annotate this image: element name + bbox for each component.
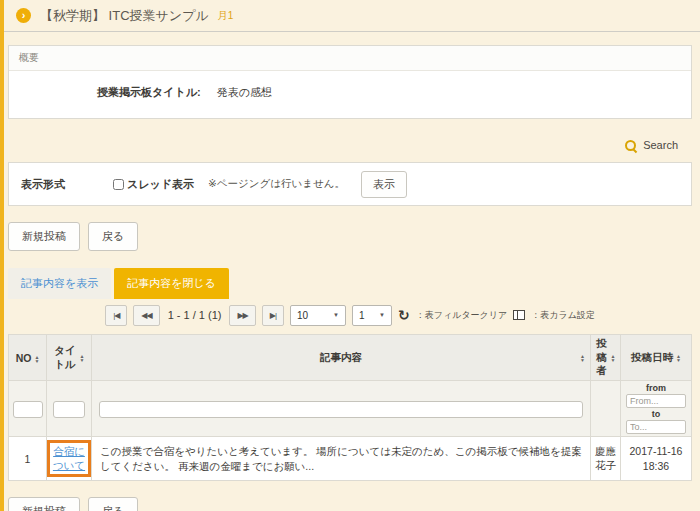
sort-icon: ▲▼ <box>580 354 585 362</box>
pagination-prev-button[interactable]: ◀◀ <box>133 305 159 326</box>
table-row: 1 合宿について この授業で合宿をやりたいと考えています。 場所については未定の… <box>9 437 692 481</box>
page-number-select[interactable]: 1 ▼ <box>352 305 392 326</box>
display-format-panel: 表示形式 スレッド表示 ※ページングは行いません。 表示 <box>8 162 692 206</box>
table-header-row: NO▲▼ タイトル▲▼ 記事内容▲▼ 投稿者▲▼ 投稿日時▲▼ <box>9 335 692 381</box>
pagination-next-button[interactable]: ▶▶ <box>229 305 255 326</box>
page-title: 【秋学期】 ITC授業サンプル <box>40 7 209 25</box>
row-content: この授業で合宿をやりたいと考えています。 場所については未定のため、この掲示板で… <box>92 437 591 481</box>
page-size-value: 10 <box>297 310 308 321</box>
page-header: › 【秋学期】 ITC授業サンプル 月1 <box>0 0 700 32</box>
filter-date-to-input[interactable] <box>626 420 686 434</box>
page-number-value: 1 <box>359 310 365 321</box>
filter-author-cell <box>591 381 621 437</box>
column-config-label: ：表カラム設定 <box>531 309 595 322</box>
filter-from-label: from <box>646 383 666 393</box>
paging-note: ※ページングは行いません。 <box>208 177 345 191</box>
page-size-select[interactable]: 10 ▼ <box>290 305 346 326</box>
article-title-link[interactable]: 合宿について <box>53 445 85 471</box>
tab-show-article-content[interactable]: 記事内容を表示 <box>8 268 111 299</box>
row-title-cell: 合宿について <box>47 437 92 481</box>
column-header-title[interactable]: タイトル▲▼ <box>47 335 92 381</box>
pagination-last-button[interactable]: ▶| <box>262 305 284 326</box>
column-header-date[interactable]: 投稿日時▲▼ <box>621 335 692 381</box>
pagination-bar: |◀ ◀◀ 1 - 1 / 1 (1) ▶▶ ▶| 10 ▼ 1 ▼ ↻ ：表フ… <box>8 302 692 328</box>
left-accent-bar <box>0 0 4 511</box>
sort-icon: ▲▼ <box>611 354 616 362</box>
table-filter-row: from to <box>9 381 692 437</box>
filter-no-input[interactable] <box>13 401 43 418</box>
overview-panel: 概要 授業掲示板タイトル: 発表の感想 <box>8 45 692 119</box>
thread-display-checkbox[interactable] <box>113 179 124 190</box>
column-header-content[interactable]: 記事内容▲▼ <box>92 335 591 381</box>
chevron-down-icon: ▼ <box>379 312 385 318</box>
column-config-icon[interactable] <box>513 310 525 320</box>
filter-to-label: to <box>652 409 661 419</box>
board-title-value: 発表の感想 <box>217 85 272 100</box>
tab-close-article-content[interactable]: 記事内容を閉じる <box>114 268 229 299</box>
display-format-label: 表示形式 <box>21 177 113 192</box>
back-button[interactable]: 戻る <box>88 222 138 251</box>
thread-display-label: スレッド表示 <box>127 177 194 192</box>
search-label: Search <box>643 139 678 151</box>
sort-icon: ▲▼ <box>80 354 85 362</box>
row-author: 慶應 花子 <box>591 437 621 481</box>
column-header-author[interactable]: 投稿者▲▼ <box>591 335 621 381</box>
back-button-bottom[interactable]: 戻る <box>88 497 138 511</box>
filter-date-from-input[interactable] <box>626 394 686 408</box>
highlight-box: 合宿について <box>47 440 91 477</box>
sort-icon: ▲▼ <box>676 354 681 362</box>
chevron-down-icon: ▼ <box>333 312 339 318</box>
article-table: NO▲▼ タイトル▲▼ 記事内容▲▼ 投稿者▲▼ 投稿日時▲▼ <box>8 334 692 481</box>
article-content-tabs: 記事内容を表示 記事内容を閉じる <box>8 268 692 299</box>
row-no: 1 <box>9 437 47 481</box>
row-date: 2017-11-16 18:36 <box>621 437 692 481</box>
search-icon <box>624 139 637 152</box>
breadcrumb-arrow-icon: › <box>16 8 31 23</box>
column-header-no[interactable]: NO▲▼ <box>9 335 47 381</box>
board-title-label: 授業掲示板タイトル: <box>97 85 201 100</box>
sort-icon: ▲▼ <box>34 355 39 363</box>
filter-clear-label: ：表フィルタークリア <box>416 309 507 322</box>
search-link[interactable]: Search <box>8 135 692 155</box>
overview-panel-title: 概要 <box>9 46 691 71</box>
filter-title-input[interactable] <box>53 401 85 418</box>
pagination-range: 1 - 1 / 1 (1) <box>168 309 222 321</box>
pagination-first-button[interactable]: |◀ <box>105 305 127 326</box>
period-badge: 月1 <box>218 9 234 23</box>
show-button[interactable]: 表示 <box>361 171 407 198</box>
new-post-button-bottom[interactable]: 新規投稿 <box>8 497 80 511</box>
filter-content-input[interactable] <box>99 401 583 418</box>
filter-clear-refresh-icon[interactable]: ↻ <box>398 308 410 322</box>
new-post-button[interactable]: 新規投稿 <box>8 222 80 251</box>
